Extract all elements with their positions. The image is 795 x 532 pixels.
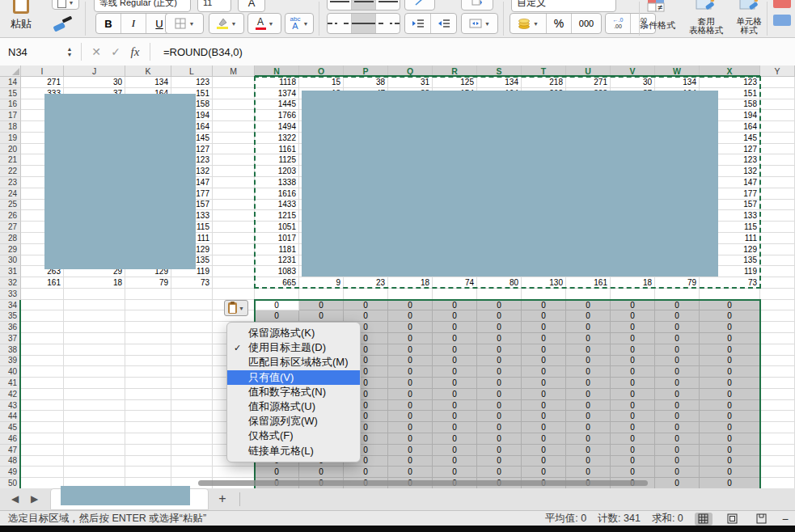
phonetic-guide-button[interactable]: abc A ▼ xyxy=(285,13,314,34)
cell-J37[interactable] xyxy=(64,333,125,344)
cell-K47[interactable] xyxy=(125,445,171,456)
cell-L39[interactable] xyxy=(171,356,213,367)
cell-U33[interactable] xyxy=(566,289,611,300)
horizontal-scrollbar-thumb[interactable] xyxy=(198,480,648,486)
cell-K38[interactable] xyxy=(125,344,171,356)
cell-L44[interactable] xyxy=(171,411,213,422)
insert-cells-icon[interactable] xyxy=(773,0,791,8)
name-box[interactable]: N34 xyxy=(0,38,63,65)
select-all-corner[interactable] xyxy=(0,65,21,77)
align-top-button[interactable] xyxy=(328,0,352,10)
font-color-dropdown-icon[interactable]: ▼ xyxy=(269,21,274,27)
cell-K36[interactable] xyxy=(125,322,171,333)
page-layout-view-button[interactable] xyxy=(724,513,742,526)
cell-J49[interactable] xyxy=(64,467,125,478)
chart-object-left[interactable] xyxy=(44,94,196,269)
cell-Y16[interactable] xyxy=(760,99,795,111)
cell-J40[interactable] xyxy=(64,366,125,378)
row-header-40[interactable]: 40 xyxy=(0,366,21,378)
comma-style-button[interactable]: 000 xyxy=(572,14,601,33)
cell-L47[interactable] xyxy=(171,445,213,456)
cell-I42[interactable] xyxy=(21,389,64,400)
cell-K49[interactable] xyxy=(125,467,171,478)
cell-I39[interactable] xyxy=(21,356,64,367)
normal-view-button[interactable] xyxy=(695,513,713,526)
cell-Y41[interactable] xyxy=(760,378,795,389)
cell-J33[interactable] xyxy=(64,289,125,300)
paste-button-label[interactable]: 粘贴 xyxy=(3,17,39,32)
cell-N33[interactable] xyxy=(255,289,299,300)
row-header-29[interactable]: 29 xyxy=(0,244,21,255)
row-header-24[interactable]: 24 xyxy=(0,188,21,200)
cell-K39[interactable] xyxy=(125,356,171,367)
row-header-47[interactable]: 47 xyxy=(0,445,21,456)
cell-Y36[interactable] xyxy=(760,322,795,333)
cell-Y49[interactable] xyxy=(760,467,795,478)
cell-L14[interactable]: 123 xyxy=(171,77,213,88)
cell-R33[interactable] xyxy=(433,289,477,300)
align-middle-button[interactable] xyxy=(352,0,376,10)
cell-K35[interactable] xyxy=(125,310,171,322)
copy-button[interactable]: ▼ xyxy=(52,0,79,10)
cell-J39[interactable] xyxy=(64,356,125,367)
cell-Y35[interactable] xyxy=(760,310,795,322)
decrease-indent-button[interactable] xyxy=(405,14,431,33)
row-header-32[interactable]: 32 xyxy=(0,277,21,289)
cell-Y19[interactable] xyxy=(760,133,795,144)
cell-Y28[interactable] xyxy=(760,233,795,244)
row-header-15[interactable]: 15 xyxy=(0,88,21,99)
cell-K48[interactable] xyxy=(125,456,171,467)
cell-J35[interactable] xyxy=(64,310,125,322)
cell-Y20[interactable] xyxy=(760,144,795,155)
paste-menu-item-9[interactable]: 链接单元格(L) xyxy=(227,444,360,458)
cell-Y14[interactable] xyxy=(760,77,795,88)
cell-P33[interactable] xyxy=(344,289,388,300)
cell-Y38[interactable] xyxy=(760,344,795,356)
cell-Y37[interactable] xyxy=(760,333,795,344)
cell-Y42[interactable] xyxy=(760,389,795,400)
cell-L43[interactable] xyxy=(171,400,213,412)
copy-dropdown-icon[interactable]: ▼ xyxy=(69,0,74,6)
cell-K46[interactable] xyxy=(125,433,171,445)
font-color-button[interactable]: A ▼ xyxy=(247,13,281,34)
prev-sheet-icon[interactable]: ◀ xyxy=(11,493,19,505)
cell-I41[interactable] xyxy=(21,378,64,389)
cell-J46[interactable] xyxy=(64,433,125,445)
cell-M16[interactable] xyxy=(213,99,255,111)
row-header-39[interactable]: 39 xyxy=(0,356,21,367)
row-header-46[interactable]: 46 xyxy=(0,433,21,445)
row-header-27[interactable]: 27 xyxy=(0,222,21,233)
row-header-49[interactable]: 49 xyxy=(0,467,21,478)
align-right-button[interactable] xyxy=(376,14,400,33)
row-header-25[interactable]: 25 xyxy=(0,200,21,211)
cell-J36[interactable] xyxy=(64,322,125,333)
cell-K37[interactable] xyxy=(125,333,171,344)
cell-styles-label[interactable]: 单元格样式 xyxy=(729,17,768,35)
format-as-table-icon[interactable] xyxy=(696,0,717,14)
cell-J38[interactable] xyxy=(64,344,125,356)
paste-menu-item-7[interactable]: 保留源列宽(W) xyxy=(227,414,360,429)
align-center-button[interactable] xyxy=(352,14,376,33)
row-header-45[interactable]: 45 xyxy=(0,422,21,433)
cell-Q33[interactable] xyxy=(388,289,433,300)
cell-K32[interactable]: 79 xyxy=(125,277,171,289)
row-header-50[interactable]: 50 xyxy=(0,478,21,488)
cell-M23[interactable] xyxy=(213,177,255,188)
delete-cells-icon[interactable] xyxy=(773,15,791,26)
cell-I47[interactable] xyxy=(21,445,64,456)
font-name-combo[interactable]: 等线 Regular (正文) xyxy=(94,0,191,12)
cell-Y48[interactable] xyxy=(760,456,795,467)
orientation-button[interactable] xyxy=(404,0,435,11)
cell-M21[interactable] xyxy=(213,154,255,166)
cell-Y15[interactable] xyxy=(760,88,795,99)
cell-K14[interactable]: 134 xyxy=(125,77,171,88)
row-header-48[interactable]: 48 xyxy=(0,456,21,467)
add-sheet-button[interactable]: + xyxy=(212,490,233,508)
cell-J48[interactable] xyxy=(64,456,125,467)
fill-color-dropdown-icon[interactable]: ▼ xyxy=(231,21,237,27)
cell-K44[interactable] xyxy=(125,411,171,422)
number-format-combo[interactable]: 自定义 xyxy=(511,0,616,12)
cancel-icon[interactable]: ✕ xyxy=(87,45,106,58)
cell-Y40[interactable] xyxy=(760,366,795,378)
cell-M24[interactable] xyxy=(213,188,255,200)
